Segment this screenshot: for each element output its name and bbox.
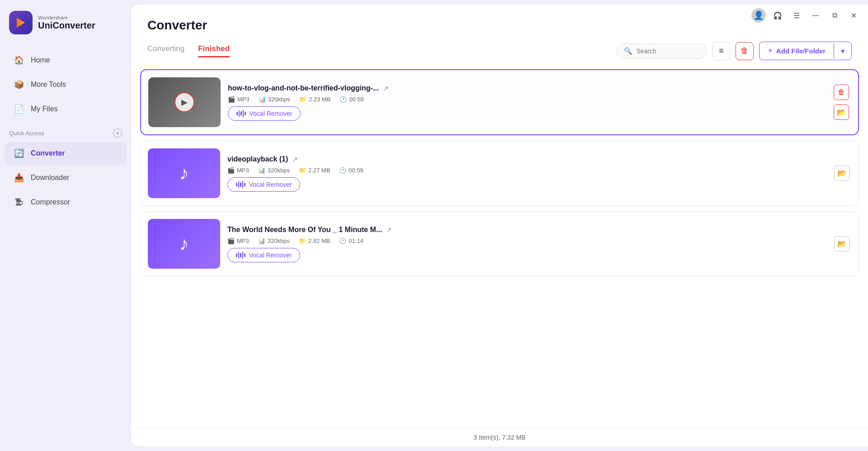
vocal-remover-button-3[interactable]: Vocal Remover <box>227 248 300 262</box>
sidebar-item-home-label: Home <box>31 56 50 64</box>
add-file-folder-button[interactable]: + Add File/Folder ▼ <box>759 42 852 60</box>
wave-bar <box>238 252 240 258</box>
quick-access-add-button[interactable]: + <box>113 128 122 138</box>
minimize-button[interactable]: — <box>808 8 823 23</box>
file-meta-3: 🎬 MP3 📊 320kbps 📁 2.82 MB 🕐 <box>227 237 827 244</box>
my-files-icon: 📄 <box>14 104 24 114</box>
wave-bar <box>240 253 241 257</box>
tab-converting[interactable]: Converting <box>147 44 184 57</box>
sidebar-item-my-files[interactable]: 📄 My Files <box>5 98 127 120</box>
sidebar-item-downloader[interactable]: 📥 Downloader <box>5 166 127 189</box>
bitrate-icon-3: 📊 <box>258 237 265 244</box>
close-button[interactable]: ✕ <box>846 8 861 23</box>
list-view-button[interactable]: ≡ <box>712 42 730 60</box>
bitrate-icon-1: 📊 <box>259 96 266 103</box>
search-box[interactable]: 🔍 <box>616 43 707 59</box>
size-value-3: 2.82 MB <box>308 237 330 244</box>
meta-bitrate-3: 📊 320kbps <box>258 237 290 244</box>
tab-converting-label: Converting <box>147 44 184 53</box>
app-logo-icon <box>9 11 33 34</box>
logo-name: UniConverter <box>38 20 95 31</box>
sidebar-item-my-files-label: My Files <box>31 105 58 113</box>
file-info-2: videoplayback (1) ↗ 🎬 MP3 📊 320kbps <box>227 155 827 192</box>
open-file-icon-2[interactable]: ↗ <box>292 156 298 163</box>
user-avatar-button[interactable]: 👤 <box>751 8 766 23</box>
file-name-row-2: videoplayback (1) ↗ <box>227 155 827 163</box>
maximize-button[interactable]: ⧉ <box>827 8 842 23</box>
file-actions-2: 📂 <box>834 166 851 181</box>
meta-format-2: 🎬 MP3 <box>227 167 249 174</box>
bitrate-icon-2: 📊 <box>258 167 265 174</box>
size-icon-1: 📁 <box>299 96 307 103</box>
wave-bar <box>241 111 242 116</box>
audio-thumbnail-2: ♪ <box>148 148 220 198</box>
vocal-remover-button-2[interactable]: Vocal Remover <box>227 177 300 192</box>
folder-icon-2: 📂 <box>837 169 847 178</box>
sidebar-item-converter-label: Converter <box>31 149 65 157</box>
add-file-arrow-button[interactable]: ▼ <box>834 43 851 59</box>
titlebar: 👤 🎧 ☰ — ⧉ ✕ <box>751 8 861 23</box>
add-file-label: Add File/Folder <box>776 47 826 55</box>
wave-bar <box>240 182 241 187</box>
meta-bitrate-1: 📊 320kbps <box>259 96 290 103</box>
logo-text: Wondershare UniConverter <box>38 15 95 31</box>
delete-all-button[interactable]: 🗑 <box>736 42 754 60</box>
bitrate-value-1: 320kbps <box>268 96 290 103</box>
wave-bar <box>236 253 237 257</box>
size-icon-2: 📁 <box>299 167 306 174</box>
headphone-button[interactable]: 🎧 <box>770 8 785 23</box>
bitrate-value-3: 320kbps <box>268 237 290 244</box>
file-thumb-2: ♪ <box>148 148 220 198</box>
home-icon: 🏠 <box>14 55 24 66</box>
wave-bar <box>242 181 244 188</box>
sidebar-item-converter[interactable]: 🔄 Converter <box>5 142 127 165</box>
sidebar-item-home[interactable]: 🏠 Home <box>5 49 127 71</box>
vocal-wave-icon-2 <box>236 181 245 188</box>
file-actions-1: 🗑 📂 <box>834 85 851 120</box>
wave-bar <box>243 110 244 117</box>
compressor-icon: 🗜 <box>14 197 24 208</box>
menu-icon: ☰ <box>793 11 800 20</box>
tabs: Converting Finished <box>147 44 230 57</box>
duration-value-2: 00:59 <box>349 167 363 174</box>
meta-format-1: 🎬 MP3 <box>228 96 250 103</box>
menu-button[interactable]: ☰ <box>789 8 804 23</box>
file-name-row-1: how-to-vlog-and-not-be-terrified-vloggin… <box>228 84 826 92</box>
search-input[interactable] <box>636 47 699 55</box>
tab-finished[interactable]: Finished <box>198 44 230 57</box>
converter-icon: 🔄 <box>14 148 24 159</box>
file-name-3: The World Needs More Of You _ 1 Minute M… <box>227 226 382 234</box>
add-file-main[interactable]: + Add File/Folder <box>760 42 834 60</box>
status-text: 3 Item(s), 7.32 MB <box>473 434 525 441</box>
file-actions-3: 📂 <box>834 236 851 252</box>
sidebar-item-more-tools[interactable]: 📦 More Tools <box>5 73 127 96</box>
open-folder-button-2[interactable]: 📂 <box>834 166 849 181</box>
more-tools-icon: 📦 <box>14 79 24 90</box>
open-folder-button-3[interactable]: 📂 <box>834 236 849 252</box>
meta-duration-1: 🕐 00:59 <box>340 96 364 103</box>
tab-finished-label: Finished <box>198 44 230 53</box>
play-button-1[interactable]: ▶ <box>175 92 194 112</box>
delete-button-1[interactable]: 🗑 <box>834 85 849 100</box>
file-item-1: ▶ how-to-vlog-and-not-be-terrified-vlogg… <box>140 69 859 135</box>
sidebar: Wondershare UniConverter 🏠 Home 📦 More T… <box>0 0 131 451</box>
tabs-toolbar: Converting Finished 🔍 ≡ 🗑 <box>131 42 868 69</box>
wave-bar <box>239 110 240 117</box>
file-meta-1: 🎬 MP3 📊 320kbps 📁 2.23 MB 🕐 <box>228 96 826 103</box>
meta-size-3: 📁 2.82 MB <box>299 237 330 244</box>
open-file-icon-1[interactable]: ↗ <box>383 85 389 92</box>
vocal-remover-button-1[interactable]: Vocal Remover <box>228 106 301 121</box>
status-bar: 3 Item(s), 7.32 MB <box>131 428 868 446</box>
file-info-1: how-to-vlog-and-not-be-terrified-vloggin… <box>228 84 826 121</box>
file-list: ▶ how-to-vlog-and-not-be-terrified-vlogg… <box>131 69 868 428</box>
vocal-remover-label-1: Vocal Remover <box>250 110 292 117</box>
open-folder-button-1[interactable]: 📂 <box>834 104 849 120</box>
delete-all-icon: 🗑 <box>741 46 749 56</box>
page-title: Converter <box>147 18 852 33</box>
delete-icon-1: 🗑 <box>838 88 845 96</box>
open-file-icon-3[interactable]: ↗ <box>387 226 392 233</box>
wave-bar <box>245 112 246 115</box>
sidebar-item-compressor[interactable]: 🗜 Compressor <box>5 191 127 214</box>
vocal-wave-icon-3 <box>236 252 245 259</box>
main-content: 👤 🎧 ☰ — ⧉ ✕ Converter Conve <box>131 5 868 446</box>
